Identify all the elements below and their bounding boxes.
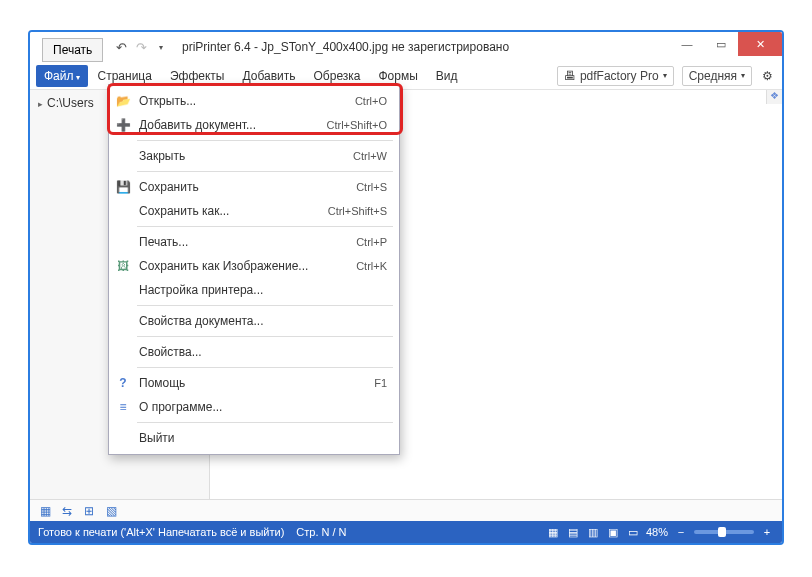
- chevron-down-icon: ▾: [663, 71, 667, 80]
- quick-access-toolbar: ↶ ↷ ▾ priPrinter 6.4 - Jp_STonY_400x400.…: [114, 40, 509, 55]
- image-icon: 🖼: [115, 259, 131, 273]
- chevron-down-icon: ▾: [741, 71, 745, 80]
- statusbar: Готово к печати ('Alt+X' Напечатать всё …: [30, 521, 782, 543]
- view-mode-4-icon[interactable]: ▣: [606, 526, 620, 539]
- view-mode-1-icon[interactable]: ▦: [546, 526, 560, 539]
- menu-item-doc-properties[interactable]: Свойства документа...: [109, 309, 399, 333]
- tool-icon-2[interactable]: ⇆: [60, 504, 74, 518]
- window-title: priPrinter 6.4 - Jp_STonY_400x400.jpg не…: [182, 40, 509, 54]
- tool-icon-4[interactable]: ▧: [104, 504, 118, 518]
- redo-icon[interactable]: ↷: [134, 40, 148, 55]
- menu-item-printer-setup[interactable]: Настройка принтера...: [109, 278, 399, 302]
- menu-separator: [137, 422, 393, 423]
- menu-item-save[interactable]: 💾 СохранитьCtrl+S: [109, 175, 399, 199]
- minimize-button[interactable]: —: [670, 32, 704, 56]
- menu-separator: [137, 226, 393, 227]
- bottom-toolbar: ▦ ⇆ ⊞ ▧: [30, 499, 782, 521]
- print-button[interactable]: Печать: [42, 38, 103, 62]
- menu-item-exit[interactable]: Выйти: [109, 426, 399, 450]
- menu-item-save-as[interactable]: Сохранить как...Ctrl+Shift+S: [109, 199, 399, 223]
- status-ready: Готово к печати ('Alt+X' Напечатать всё …: [38, 526, 284, 538]
- save-icon: 💾: [115, 180, 131, 194]
- menu-separator: [137, 305, 393, 306]
- zoom-value: 48%: [646, 526, 668, 538]
- tool-icon-1[interactable]: ▦: [38, 504, 52, 518]
- menu-item-about[interactable]: ≡ О программе...: [109, 395, 399, 419]
- tool-icon-3[interactable]: ⊞: [82, 504, 96, 518]
- app-window: Печать ↶ ↷ ▾ priPrinter 6.4 - Jp_STonY_4…: [28, 30, 784, 545]
- gear-icon[interactable]: ⚙: [760, 69, 774, 83]
- menu-view[interactable]: Вид: [428, 65, 466, 87]
- tree-caret-icon: ▸: [38, 99, 43, 109]
- menu-item-add-document[interactable]: ➕ Добавить документ...Ctrl+Shift+O: [109, 113, 399, 137]
- status-page: Стр. N / N: [296, 526, 346, 538]
- menu-file[interactable]: Файл▾: [36, 65, 88, 87]
- view-mode-2-icon[interactable]: ▤: [566, 526, 580, 539]
- menu-item-print[interactable]: Печать...Ctrl+P: [109, 230, 399, 254]
- close-button[interactable]: ✕: [738, 32, 782, 56]
- corner-widget-icon[interactable]: ❖: [766, 90, 782, 104]
- menu-separator: [137, 336, 393, 337]
- menu-item-close[interactable]: ЗакрытьCtrl+W: [109, 144, 399, 168]
- menu-item-save-image[interactable]: 🖼 Сохранить как Изображение...Ctrl+K: [109, 254, 399, 278]
- zoom-slider[interactable]: [694, 530, 754, 534]
- view-mode-3-icon[interactable]: ▥: [586, 526, 600, 539]
- about-icon: ≡: [115, 400, 131, 414]
- quality-selector[interactable]: Средняя ▾: [682, 66, 752, 86]
- menu-separator: [137, 140, 393, 141]
- printer-selector[interactable]: 🖶 pdfFactory Pro ▾: [557, 66, 674, 86]
- help-icon: ?: [115, 376, 131, 390]
- menu-item-open[interactable]: 📂 Открыть...Ctrl+O: [109, 89, 399, 113]
- folder-open-icon: 📂: [115, 94, 131, 108]
- undo-icon[interactable]: ↶: [114, 40, 128, 55]
- maximize-button[interactable]: ▭: [704, 32, 738, 56]
- zoom-out-icon[interactable]: −: [674, 526, 688, 538]
- qat-dropdown-icon[interactable]: ▾: [154, 43, 168, 52]
- menu-separator: [137, 367, 393, 368]
- file-menu-dropdown: 📂 Открыть...Ctrl+O ➕ Добавить документ..…: [108, 84, 400, 455]
- printer-icon: 🖶: [564, 69, 576, 83]
- view-mode-5-icon[interactable]: ▭: [626, 526, 640, 539]
- menu-item-properties[interactable]: Свойства...: [109, 340, 399, 364]
- add-document-icon: ➕: [115, 118, 131, 132]
- zoom-in-icon[interactable]: +: [760, 526, 774, 538]
- zoom-thumb[interactable]: [718, 527, 726, 537]
- menu-separator: [137, 171, 393, 172]
- titlebar: Печать ↶ ↷ ▾ priPrinter 6.4 - Jp_STonY_4…: [30, 32, 782, 62]
- menu-item-help[interactable]: ? ПомощьF1: [109, 371, 399, 395]
